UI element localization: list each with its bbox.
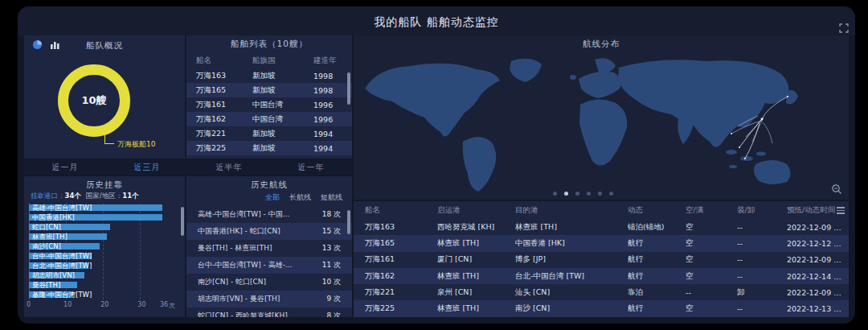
world-map[interactable] (354, 47, 849, 193)
route-count: 15 次 (322, 226, 341, 237)
ship-list-cell: 万海163 (196, 71, 252, 81)
voyage-column-header: 启运港 (437, 205, 515, 216)
axis-tick-label: 0 (27, 301, 31, 308)
ship-list-cell: 新加坡 (252, 71, 313, 81)
route-name: 蛇口[CN] - 西哈努克城[KH] (198, 311, 288, 317)
route-list-row[interactable]: 曼谷[TH] - 林查班[TH]13 次 (186, 240, 352, 257)
period-tab[interactable]: 近三月 (134, 162, 161, 173)
route-filter-tab[interactable]: 全部 (265, 192, 280, 203)
period-tab[interactable]: 近半年 (216, 162, 243, 173)
ship-list-row[interactable]: 万海225新加坡1994 (186, 141, 352, 155)
bar-row[interactable]: 台北-中国台湾[TW] (24, 261, 185, 270)
ports-stat-label: 挂靠港口： (31, 192, 65, 200)
voyage-column-header: 目的港 (515, 205, 628, 216)
map-pagination-dot[interactable] (587, 192, 591, 196)
ship-list-cell: 万海162 (196, 114, 252, 125)
bar-row[interactable]: 基隆-中国台湾[TW] (24, 290, 185, 299)
map-zoom-icon[interactable] (831, 184, 842, 195)
voyage-cell: 万海225 (365, 303, 437, 314)
fleet-overview-header: 船队概况 (24, 35, 185, 52)
voyage-table-row[interactable]: 万海163西哈努克城 [KH]林查班 [TH]锚泊(锚地)空--2022-12-… (354, 219, 849, 235)
map-pagination-dot[interactable] (575, 192, 579, 196)
bar-row[interactable]: 林查班[TH] (24, 232, 185, 241)
ship-list-row[interactable]: 万海165新加坡1998 (186, 83, 352, 97)
route-name: 胡志明市[VN] - 曼谷[TH] (198, 294, 280, 304)
voyage-table-row[interactable]: 万海162林查班 [TH]台北-中国台湾 [TW]航行空--2022-12-14… (354, 268, 849, 284)
voyage-cell: 锚泊(锚地) (628, 222, 686, 233)
route-name: 台中-中国台湾[TW] - 高雄-... (198, 260, 292, 270)
top-bar: 我的船队 船舶动态监控 (18, 6, 855, 35)
bar-chart-plot: 高雄-中国台湾[TW]中国香港[HK]蛇口[CN]林查班[TH]南沙[CN]台中… (24, 203, 185, 299)
bar-row[interactable]: 蛇口[CN] (24, 222, 185, 232)
route-filter-tab[interactable]: 短航线 (321, 192, 342, 203)
voyage-cell: 万海161 (365, 254, 437, 265)
map-pagination-dot[interactable] (553, 192, 557, 196)
voyage-cell: 2022-12-09 02:49 (787, 223, 844, 232)
voyage-cell: 万海163 (365, 222, 437, 233)
period-tab[interactable]: 近一月 (52, 162, 79, 173)
bar-chart-scrollbar[interactable] (181, 207, 184, 236)
route-list-row[interactable]: 南沙[CN] - 蛇口[CN]10 次 (186, 274, 352, 291)
voyage-cell: 厦门 [CN] (437, 254, 515, 265)
route-list-row[interactable]: 高雄-中国台湾[TW] - 中国...18 次 (186, 206, 352, 223)
ship-list-cell: 万海161 (196, 100, 252, 110)
voyage-table-row[interactable]: 万海221泉州 [CN]汕头 [CN]靠泊--卸2022-12-09 07:40 (354, 284, 849, 300)
voyage-table-row[interactable]: 万海165林查班 [TH]中国香港 [HK]航行空--2022-12-12 03… (354, 235, 849, 251)
fullscreen-icon[interactable] (839, 23, 849, 33)
route-list: 高雄-中国台湾[TW] - 中国...18 次中国香港[HK] - 蛇口[CN]… (186, 206, 352, 317)
bar-row[interactable]: 胡志明市[VN] (24, 270, 185, 280)
ship-list-section: 船舶列表（10艘） 船名船旗国建造年 万海163新加坡1998万海165新加坡1… (186, 35, 352, 159)
route-name: 中国香港[HK] - 蛇口[CN] (198, 226, 280, 237)
voyage-cell: 万海162 (365, 271, 437, 282)
ship-list-cell: 新加坡 (252, 129, 313, 139)
bar-label: 高雄-中国台湾[TW] (32, 204, 92, 212)
voyage-table-section: 船名启运港目的港动态空/满装/卸预抵/动态时间 万海163西哈努克城 [KH]林… (354, 201, 849, 317)
voyage-cell: 航行 (628, 238, 686, 249)
bar-label: 台北-中国台湾[TW] (32, 262, 92, 270)
ship-list-cell: 万海225 (196, 143, 252, 154)
axis-tick-label: 20 (100, 301, 108, 308)
bar-row[interactable]: 中国香港[HK] (24, 212, 185, 222)
route-list-row[interactable]: 蛇口[CN] - 西哈努克城[KH]8 次 (186, 307, 352, 317)
ship-list-row[interactable]: 万海221新加坡1994 (186, 126, 352, 141)
axis-tick-label: 36 (160, 301, 168, 308)
ship-list-cell: 1998 (313, 72, 342, 80)
voyage-cell: 靠泊 (628, 287, 686, 298)
bar-row[interactable]: 曼谷[TH] (24, 280, 185, 290)
route-list-row[interactable]: 台中-中国台湾[TW] - 高雄-...11 次 (186, 257, 352, 274)
ship-list-scrollbar[interactable] (347, 72, 350, 105)
bar-chart-unit: 次 (169, 301, 175, 310)
map-pagination-dot[interactable] (609, 192, 613, 196)
voyage-cell: 航行 (628, 271, 686, 282)
ship-list-row[interactable]: 万海161中国台湾1996 (186, 97, 352, 112)
column-settings-icon[interactable] (837, 207, 845, 216)
period-tab[interactable]: 近一年 (298, 162, 325, 173)
voyage-column-header: 动态 (628, 205, 686, 216)
voyage-cell: 汕头 [CN] (515, 287, 628, 298)
ship-list-cell: 新加坡 (252, 85, 313, 96)
route-filter-tab[interactable]: 长航线 (289, 192, 311, 203)
route-list-row[interactable]: 中国香港[HK] - 蛇口[CN]15 次 (186, 223, 352, 240)
voyage-cell: 航行 (628, 254, 686, 265)
bar-row[interactable]: 高雄-中国台湾[TW] (24, 203, 185, 212)
history-calls-stats: 挂靠港口：34个国家/地区：11个 (31, 192, 139, 201)
bar-row[interactable]: 台中-中国台湾[TW] (24, 251, 185, 261)
voyage-cell: 空 (686, 222, 737, 233)
voyage-table-row[interactable]: 万海225林查班 [TH]南沙 [CN]航行空--2022-12-13 08:0… (354, 300, 849, 316)
countries-stat-label: 国家/地区： (86, 192, 122, 200)
ship-list-column-header: 船旗国 (252, 56, 313, 66)
history-calls-section: 历史挂靠 挂靠港口：34个国家/地区：11个 高雄-中国台湾[TW]中国香港[H… (24, 176, 185, 317)
route-list-scrollbar[interactable] (347, 210, 350, 234)
bar-label: 林查班[TH] (32, 233, 68, 241)
ship-list-row[interactable]: 万海163新加坡1998 (186, 68, 352, 83)
bar-label: 基隆-中国台湾[TW] (32, 291, 92, 299)
voyage-cell: 林查班 [TH] (437, 238, 515, 249)
map-pagination-dot[interactable] (598, 192, 602, 196)
donut-leader-line (104, 143, 114, 144)
voyage-table-row[interactable]: 万海161厦门 [CN]博多 [JP]航行空--2022-12-09 12:29 (354, 252, 849, 268)
bar-row[interactable]: 南沙[CN] (24, 241, 185, 251)
map-pagination-dot[interactable] (564, 192, 568, 196)
dashboard-panel: 我的船队 船舶动态监控 船队概况 10艘 万海板船10 船舶列表（10艘） 船名… (18, 6, 855, 324)
route-list-row[interactable]: 胡志明市[VN] - 曼谷[TH]9 次 (186, 291, 352, 307)
ship-list-row[interactable]: 万海162中国台湾1996 (186, 112, 352, 126)
